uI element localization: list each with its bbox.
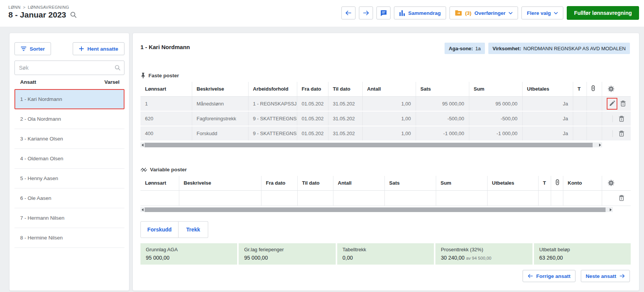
aga-zone-value: 1a [475, 46, 481, 51]
search-icon[interactable] [70, 11, 77, 18]
arrow-right-icon [619, 274, 625, 278]
zigzag-chart-icon [140, 167, 147, 172]
col-fra-dato: Fra dato [297, 82, 328, 96]
employee-row[interactable]: 8 - Hermine Nilsen [14, 228, 124, 248]
arrow-right-icon [363, 10, 369, 16]
faste-row[interactable]: 620 Fagforeningstrekk 9 - SKATTEREGNSH 0… [140, 111, 631, 126]
col-sats: Sats [416, 82, 469, 96]
delete-row-button[interactable] [617, 114, 626, 123]
employee-row[interactable]: 2 - Ola Nordmann [14, 109, 124, 129]
col-t: T [538, 176, 551, 190]
more-options-button[interactable]: Flere valg [521, 6, 563, 19]
col-fra-dato: Fra dato [261, 176, 297, 190]
faste-horizontal-scrollbar[interactable] [140, 142, 602, 147]
variable-header-row: Lønnsart Beskrivelse Fra dato Til dato A… [140, 176, 631, 190]
complete-payroll-button[interactable]: Fullfør lønnsavregning [567, 6, 639, 20]
employee-label: 2 - Ola Nordmann [20, 116, 61, 122]
col-attachment [551, 176, 563, 190]
prev-period-button[interactable] [341, 6, 355, 19]
summary-value: 63 260,00 [539, 255, 625, 261]
cell-sum-input[interactable] [436, 190, 487, 206]
cell-konto-input[interactable] [563, 190, 602, 206]
faste-row[interactable]: 400 Forskudd 9 - SKATTEREGNSI 01.05.202 … [140, 126, 631, 141]
scroll-left-arrow[interactable] [140, 144, 145, 147]
breadcrumb-lonnsavregning[interactable]: LØNNSAVREGNING [28, 5, 69, 10]
employee-row[interactable]: 7 - Hermann Nilsen [14, 208, 124, 228]
cell-fra-dato-input[interactable] [261, 190, 297, 206]
employee-label: 4 - Oldeman Olsen [20, 156, 63, 161]
scroll-right-arrow[interactable] [598, 144, 602, 147]
chevron-down-icon [509, 12, 513, 14]
employee-row[interactable]: 6 - Ole Aasen [14, 188, 124, 208]
col-sats: Sats [384, 176, 436, 190]
next-employee-button[interactable]: Neste ansatt [581, 270, 630, 282]
delete-row-button[interactable] [620, 99, 626, 108]
breadcrumb-lonn[interactable]: LØNN [8, 5, 21, 10]
cell-lonnsart-input[interactable] [140, 190, 179, 206]
cell-sum: -1 000,00 [469, 126, 522, 141]
forskudd-label: Forskudd [147, 227, 172, 233]
forskudd-button[interactable]: Forskudd [140, 221, 179, 238]
fetch-employees-button[interactable]: Hent ansatte [73, 42, 124, 55]
variable-horizontal-scrollbar[interactable] [140, 207, 613, 212]
col-til-dato: Til dato [328, 82, 362, 96]
transfers-button[interactable]: (3) Overføringer [450, 6, 518, 19]
sort-button[interactable]: Sorter [14, 42, 51, 55]
more-options-label: Flere valg [527, 10, 551, 16]
paperclip-icon [591, 85, 595, 91]
scrollbar-thumb[interactable] [145, 143, 593, 147]
page-title: 8 - Januar 2023 [8, 10, 66, 19]
summary-value: 95 000,00 [244, 255, 330, 261]
cell-sum: -500,00 [469, 111, 522, 126]
scrollbar-thumb[interactable] [145, 207, 606, 212]
summary-label: Tabelltrekk [343, 247, 429, 252]
comments-button[interactable] [376, 6, 391, 19]
employee-row[interactable]: 5 - Henny Aasen [14, 169, 124, 188]
faste-poster-table: Lønnsart Beskrivelse Arbeidsforhold Fra … [140, 82, 631, 141]
cell-utbetales: Ja [522, 111, 573, 126]
trekk-button[interactable]: Trekk [179, 221, 208, 238]
gear-icon [608, 180, 614, 186]
employee-row-selected[interactable]: 1 - Kari Nordmann [14, 89, 124, 109]
col-lonnsart: Lønnsart [140, 176, 179, 190]
cell-beskrivelse: Fagforeningstrekk [192, 111, 248, 126]
cell-beskrivelse-input[interactable] [179, 190, 261, 206]
previous-employee-button[interactable]: Forrige ansatt [523, 270, 575, 282]
cell-til-dato: 31.05.202 [328, 126, 362, 141]
cell-arbeidsforhold: 9 - SKATTEREGNSH [248, 111, 297, 126]
col-arbeidsforhold: Arbeidsforhold [248, 82, 297, 96]
faste-row[interactable]: 1 Månedslønn 1 - REGNSKAPSSJI 01.05.202 … [140, 96, 631, 111]
variable-empty-row[interactable] [140, 190, 631, 206]
next-period-button[interactable] [359, 6, 373, 19]
employee-row[interactable]: 3 - Karianne Olsen [14, 129, 124, 149]
folder-transfer-icon [455, 10, 462, 16]
employee-row[interactable]: 4 - Oldeman Olsen [14, 149, 124, 169]
col-beskrivelse: Beskrivelse [179, 176, 261, 190]
cell-antall: 1,00 [362, 126, 416, 141]
scroll-left-arrow[interactable] [140, 208, 145, 211]
summary-value: 30 240,00av 94 500,00 [441, 255, 527, 261]
cell-antall-input[interactable] [333, 190, 384, 206]
cell-lonnsart: 1 [140, 96, 192, 111]
summary-tabelltrekk: Tabelltrekk 0,00 [337, 243, 434, 265]
trash-icon [619, 131, 624, 137]
delete-row-button[interactable] [617, 129, 626, 138]
cell-beskrivelse: Månedslønn [192, 96, 248, 111]
table-settings-button[interactable] [607, 179, 616, 188]
summary-button[interactable]: Sammendrag [394, 6, 446, 19]
table-settings-button[interactable] [607, 85, 616, 94]
employee-title: 1 - Kari Nordmann [140, 44, 190, 50]
cell-til-dato-input[interactable] [297, 190, 333, 206]
cell-utbetales: Ja [522, 126, 573, 141]
employee-label: 3 - Karianne Olsen [20, 136, 63, 142]
employee-search-input[interactable] [14, 61, 124, 75]
cell-utbetales-input[interactable] [487, 190, 538, 206]
cell-sats-input[interactable] [384, 190, 436, 206]
topbar-actions: Sammendrag (3) Overføringer Flere valg F… [341, 6, 639, 20]
scroll-right-arrow[interactable] [609, 208, 613, 211]
summary-prosenttrekk: Prosenttrekk (32%) 30 240,00av 94 500,00 [435, 243, 532, 265]
col-settings [602, 82, 631, 96]
delete-row-button[interactable] [617, 193, 626, 203]
edit-row-button[interactable] [607, 99, 617, 108]
faste-header-row: Lønnsart Beskrivelse Arbeidsforhold Fra … [140, 82, 631, 96]
